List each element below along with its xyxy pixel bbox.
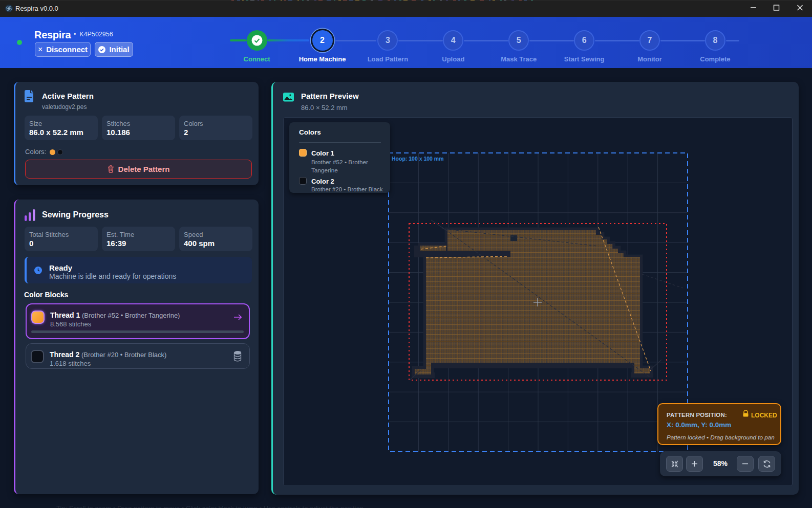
svg-text:Hoop: 100 x 100 mm: Hoop: 100 x 100 mm: [392, 156, 444, 162]
